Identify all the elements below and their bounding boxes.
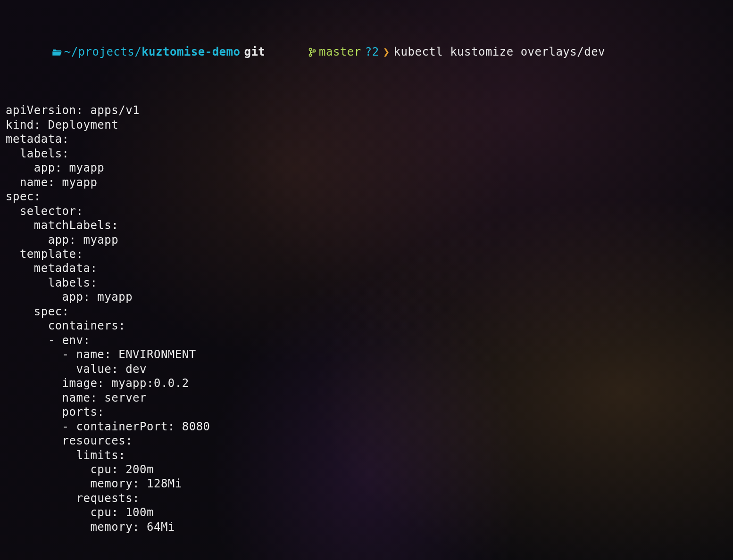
yaml-output-line: containers: xyxy=(6,319,727,333)
yaml-output-line: limits: xyxy=(6,448,727,462)
yaml-output-line: metadata: xyxy=(6,132,727,146)
yaml-output-line: cpu: 200m xyxy=(6,462,727,477)
git-label: git xyxy=(244,45,265,59)
yaml-output-line: app: myapp xyxy=(6,161,727,175)
yaml-output-line: selector: xyxy=(6,204,727,218)
yaml-output-line: name: server xyxy=(6,391,727,405)
yaml-output-line: metadata: xyxy=(6,261,727,275)
yaml-output-line: labels: xyxy=(6,276,727,290)
svg-point-1 xyxy=(309,54,312,57)
yaml-output-line: - env: xyxy=(6,333,727,347)
yaml-output-line: memory: 128Mi xyxy=(6,477,727,491)
yaml-output-line: spec: xyxy=(6,305,727,319)
folder-icon xyxy=(9,31,62,74)
command-text: kubectl kustomize overlays/dev xyxy=(394,45,605,59)
yaml-output-line: value: dev xyxy=(6,362,727,376)
yaml-output-line: - name: ENVIRONMENT xyxy=(6,347,727,362)
yaml-output-line: name: myapp xyxy=(6,175,727,189)
branch-name: master xyxy=(319,45,361,59)
prompt-line: ~/projects/kuztomise-demo git master ?2 … xyxy=(6,31,727,74)
yaml-output-line: app: myapp xyxy=(6,233,727,247)
yaml-output-line: spec: xyxy=(6,189,727,204)
yaml-output-line: resources: xyxy=(6,434,727,448)
yaml-output-line: template: xyxy=(6,247,727,261)
yaml-output-line: kind: Deployment xyxy=(6,118,727,132)
git-status-flag: ?2 xyxy=(365,45,379,59)
yaml-output-line: matchLabels: xyxy=(6,218,727,232)
prompt-arrow-icon: ❯ xyxy=(383,45,390,59)
svg-point-0 xyxy=(309,49,312,51)
project-name: kuztomise-demo xyxy=(142,45,240,59)
command-output: apiVersion: apps/v1kind: Deploymentmetad… xyxy=(6,103,727,534)
yaml-output-line: memory: 64Mi xyxy=(6,520,727,534)
path-prefix: ~/projects/ xyxy=(64,45,142,59)
branch-icon xyxy=(266,31,316,74)
yaml-output-line: - containerPort: 8080 xyxy=(6,420,727,434)
yaml-output-line: ports: xyxy=(6,405,727,419)
yaml-output-line: image: myapp:0.0.2 xyxy=(6,376,727,390)
yaml-output-line: apiVersion: apps/v1 xyxy=(6,103,727,117)
yaml-output-line: app: myapp xyxy=(6,290,727,304)
yaml-output-line: requests: xyxy=(6,491,727,505)
terminal-window[interactable]: ~/projects/kuztomise-demo git master ?2 … xyxy=(0,0,733,551)
yaml-output-line: labels: xyxy=(6,147,727,161)
yaml-output-line: cpu: 100m xyxy=(6,505,727,519)
